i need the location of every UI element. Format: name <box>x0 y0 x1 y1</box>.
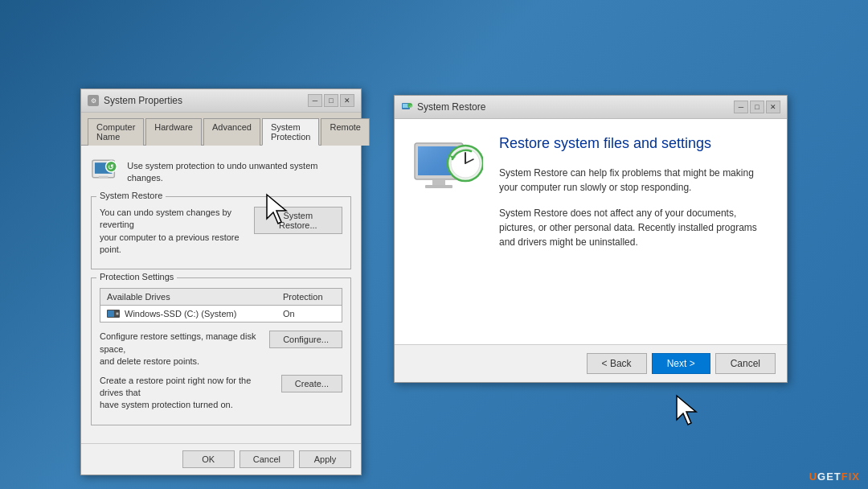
svg-text:↺: ↺ <box>108 163 114 171</box>
watermark-u: U <box>809 471 817 483</box>
restore-window-controls: ─ □ ✕ <box>734 101 780 113</box>
apply-button[interactable]: Apply <box>299 450 351 468</box>
sysprops-tabs: Computer Name Hardware Advanced System P… <box>81 113 361 146</box>
drive-icon <box>107 309 120 318</box>
protection-settings-label: Protection Settings <box>96 272 177 281</box>
restore-titlebar: ↺ System Restore ─ □ ✕ <box>395 96 787 119</box>
system-restore-window: ↺ System Restore ─ □ ✕ <box>394 95 788 383</box>
restore-window-desc1: System Restore can help fix problems tha… <box>499 166 771 195</box>
restore-title-group: ↺ System Restore <box>401 101 485 113</box>
sysprops-window-icon: ⚙ <box>88 95 99 106</box>
restore-title-text: System Restore <box>417 101 485 113</box>
system-restore-group-content: You can undo system changes by reverting… <box>100 207 342 263</box>
sysprops-close-button[interactable]: ✕ <box>340 94 354 107</box>
create-button[interactable]: Create... <box>281 375 342 392</box>
create-row: Create a restore point right now for the… <box>100 375 342 412</box>
restore-window-desc2: System Restore does not affect any of yo… <box>499 206 771 249</box>
system-protection-icon: ↺ <box>91 155 119 184</box>
sysprops-window-controls: ─ □ ✕ <box>308 94 354 107</box>
tab-hardware[interactable]: Hardware <box>145 118 202 146</box>
configure-text: Configure restore settings, manage disk … <box>100 331 261 368</box>
watermark-get: GET <box>817 471 841 483</box>
drive-name-cell: Windows-SSD (C:) (System) <box>100 306 277 323</box>
system-restore-desc: You can undo system changes by reverting… <box>100 207 248 257</box>
cancel-button[interactable]: Cancel <box>240 450 294 468</box>
restore-minimize-button[interactable]: ─ <box>734 101 748 113</box>
protection-status-cell: On <box>276 306 342 323</box>
svg-rect-17 <box>432 179 445 186</box>
restore-text-area: Restore system files and settings System… <box>499 135 771 328</box>
drive-name: Windows-SSD (C:) (System) <box>125 309 236 318</box>
restore-window-footer: < Back Next > Cancel <box>395 344 787 382</box>
restore-window-icon: ↺ <box>401 101 412 113</box>
next-button[interactable]: Next > <box>652 353 710 374</box>
cursor-restore <box>675 394 699 426</box>
restore-maximize-button[interactable]: □ <box>750 101 764 113</box>
tab-advanced[interactable]: Advanced <box>203 118 260 146</box>
svg-rect-6 <box>108 310 114 317</box>
watermark-fix: FIX <box>841 471 860 483</box>
svg-rect-2 <box>99 176 108 179</box>
sysprops-title-group: ⚙ System Properties <box>88 95 182 106</box>
svg-marker-24 <box>677 396 696 425</box>
protection-col-header: Protection <box>276 289 342 306</box>
system-restore-group: System Restore You can undo system chang… <box>91 196 351 270</box>
cancel-restore-button[interactable]: Cancel <box>715 353 776 374</box>
tab-remote[interactable]: Remote <box>321 118 370 146</box>
restore-window-heading: Restore system files and settings <box>499 135 771 153</box>
sysprops-title-text: System Properties <box>104 95 182 106</box>
tab-computer-name[interactable]: Computer Name <box>88 118 144 146</box>
table-row[interactable]: Windows-SSD (C:) (System) On <box>100 306 342 323</box>
drives-table: Available Drives Protection <box>100 288 342 323</box>
sysprops-footer: OK Cancel Apply <box>81 443 361 475</box>
protection-settings-content: Available Drives Protection <box>100 288 342 411</box>
watermark: UGETFIX <box>809 471 860 483</box>
drive-cell-content: Windows-SSD (C:) (System) <box>107 309 270 318</box>
sysprops-info-text: Use system protection to undo unwanted s… <box>127 155 351 185</box>
system-restore-group-label: System Restore <box>96 191 166 200</box>
system-properties-window: ⚙ System Properties ─ □ ✕ Computer Name … <box>80 88 362 475</box>
svg-point-8 <box>117 313 118 314</box>
back-button[interactable]: < Back <box>587 353 647 374</box>
restore-computer-icon <box>411 135 483 216</box>
ok-button[interactable]: OK <box>182 450 235 468</box>
restore-illustration <box>411 135 483 328</box>
sysprops-minimize-button[interactable]: ─ <box>308 94 322 107</box>
sysprops-titlebar: ⚙ System Properties ─ □ ✕ <box>81 89 361 113</box>
create-text: Create a restore point right now for the… <box>100 375 273 412</box>
tab-system-protection[interactable]: System Protection <box>262 118 320 146</box>
svg-rect-11 <box>403 104 408 108</box>
restore-close-button[interactable]: ✕ <box>766 101 780 113</box>
restore-window-content: Restore system files and settings System… <box>395 119 787 344</box>
configure-button[interactable]: Configure... <box>269 331 342 348</box>
system-restore-button[interactable]: System Restore... <box>254 207 342 234</box>
sysprops-maximize-button[interactable]: □ <box>324 94 338 107</box>
configure-row: Configure restore settings, manage disk … <box>100 331 342 368</box>
sysprops-info-row: ↺ Use system protection to undo unwanted… <box>91 155 351 185</box>
drives-col-header: Available Drives <box>100 289 277 306</box>
protection-settings-group: Protection Settings Available Drives Pro… <box>91 277 351 425</box>
svg-rect-18 <box>425 185 452 188</box>
sysprops-content: ↺ Use system protection to undo unwanted… <box>81 146 361 443</box>
